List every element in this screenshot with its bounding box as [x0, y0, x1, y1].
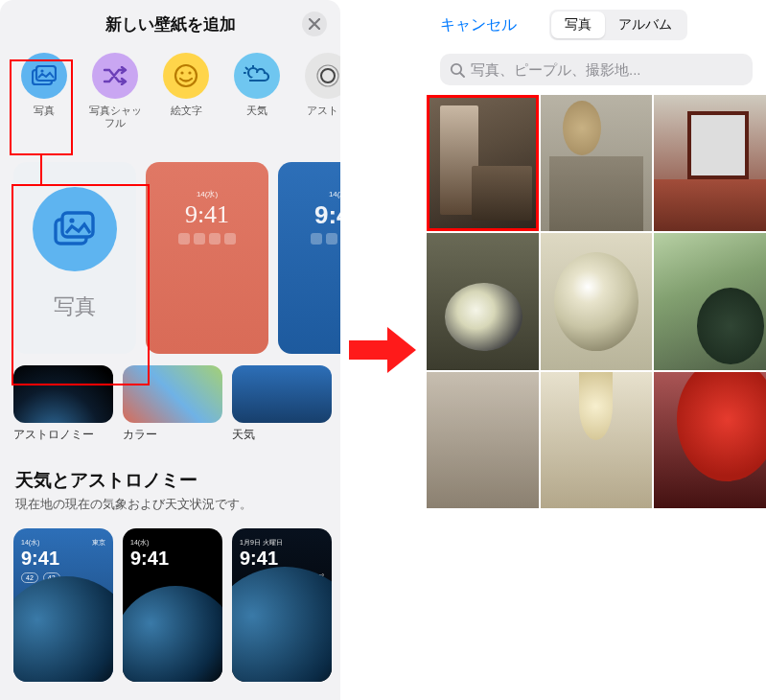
thumb-label: カラー	[123, 427, 222, 443]
category-shuffle[interactable]: 写真シャッフル	[84, 53, 146, 129]
preview-widgets	[278, 233, 340, 245]
wt-time: 9:41	[240, 548, 278, 570]
sheet-title: 新しい壁紙を追加	[105, 13, 236, 35]
svg-point-11	[69, 218, 74, 222]
smile-icon	[174, 63, 198, 88]
thumb-label: 天気	[232, 427, 332, 443]
photo-thumbnail[interactable]	[427, 233, 539, 369]
featured-photo-label: 写真	[54, 292, 96, 321]
preview-time: 9:41	[146, 200, 268, 229]
category-label: 写真	[34, 105, 55, 129]
featured-color-card[interactable]: 14(水) 9:41	[146, 162, 268, 354]
wt-date: 1月9日 火曜日	[240, 538, 283, 548]
photo-thumbnail[interactable]	[541, 372, 653, 508]
search-field[interactable]	[440, 54, 753, 85]
category-label: 絵文字	[171, 105, 202, 129]
category-label: アストロ	[307, 105, 340, 129]
svg-rect-1	[36, 66, 56, 81]
arrow	[340, 0, 427, 700]
svg-point-2	[40, 69, 43, 72]
svg-point-4	[180, 71, 183, 74]
segment-photos[interactable]: 写真	[551, 12, 605, 38]
segment-albums[interactable]: アルバム	[605, 12, 685, 38]
close-button[interactable]	[302, 12, 327, 36]
wt-time: 9:41	[21, 548, 59, 570]
weather-icon	[244, 65, 270, 86]
shuffle-icon	[103, 66, 128, 85]
featured-photo-card[interactable]: 写真	[13, 162, 136, 354]
photo-thumbnail[interactable]	[541, 95, 653, 231]
photo-thumbnail[interactable]	[654, 233, 766, 369]
thumb-label: アストロノミー	[13, 427, 113, 443]
add-wallpaper-sheet: 新しい壁紙を追加 写真 写真シャッフル 絵文字 天	[0, 0, 340, 700]
featured-row: 写真 14(水) 9:41 14(水) 9:41	[0, 137, 340, 362]
photo-thumbnail[interactable]	[541, 233, 653, 369]
photo-thumbnail[interactable]	[427, 95, 539, 231]
photo-picker: キャンセル 写真 アルバム	[427, 0, 766, 700]
weather-preview-3[interactable]: 1月9日 火曜日 9:41 最高 10° 最低 7°	[232, 528, 332, 682]
category-label: 天気	[246, 105, 267, 129]
arrow-right-icon	[349, 325, 418, 375]
wt-date: 14(水)	[130, 538, 149, 548]
photo-thumbnail[interactable]	[654, 372, 766, 508]
category-row: 写真 写真シャッフル 絵文字 天気 アストロ	[0, 47, 340, 137]
photo-thumbnail[interactable]	[427, 372, 539, 508]
featured-weather-card[interactable]: 14(水) 9:41	[278, 162, 340, 354]
earth-globe-icon	[232, 567, 332, 682]
wt-location: 東京	[92, 538, 105, 548]
picker-header: キャンセル 写真 アルバム	[427, 0, 766, 48]
category-astronomy[interactable]: アストロ	[297, 53, 340, 129]
thumb-astronomy[interactable]	[13, 365, 113, 423]
category-label: 写真シャッフル	[84, 105, 146, 129]
weather-preview-1[interactable]: 14(水) 東京 9:41 42 42	[13, 528, 113, 682]
preview-time: 9:41	[278, 200, 340, 230]
earth-globe-icon	[123, 586, 222, 682]
category-weather[interactable]: 天気	[226, 53, 288, 129]
preview-date: 14(水)	[146, 189, 268, 199]
thumb-weather[interactable]	[232, 365, 332, 423]
photo-thumbnail[interactable]	[654, 95, 766, 231]
section-subtitle: 現在地の現在の気象および天文状況です。	[0, 497, 340, 525]
sheet-header: 新しい壁紙を追加	[0, 0, 340, 47]
small-thumb-row	[0, 362, 340, 425]
category-photo[interactable]: 写真	[13, 53, 75, 129]
preview-widgets	[146, 233, 268, 245]
section-title: 天気とアストロノミー	[0, 449, 340, 497]
photo-stack-icon	[32, 65, 57, 86]
close-icon	[309, 18, 320, 30]
wt-date: 14(水)	[21, 538, 39, 548]
search-icon	[450, 62, 465, 78]
weather-astro-row: 14(水) 東京 9:41 42 42 14(水) 9:41 1月9日 火曜日 …	[0, 525, 340, 686]
cancel-button[interactable]: キャンセル	[440, 15, 517, 35]
thumb-color[interactable]	[123, 365, 222, 423]
search-input[interactable]	[471, 61, 743, 78]
wt-time: 9:41	[130, 548, 169, 570]
photo-stack-icon	[54, 211, 96, 247]
photo-grid	[427, 95, 766, 508]
svg-point-7	[321, 69, 335, 82]
svg-point-5	[188, 71, 191, 74]
highlight-connector	[40, 155, 42, 184]
selection-highlight	[427, 95, 539, 231]
preview-date: 14(水)	[278, 189, 340, 199]
segmented-control: 写真 アルバム	[549, 10, 687, 40]
category-emoji[interactable]: 絵文字	[155, 53, 217, 129]
thumb-labels: アストロノミー カラー 天気	[0, 425, 340, 449]
svg-point-3	[175, 65, 197, 86]
astro-icon	[315, 63, 340, 88]
weather-preview-2[interactable]: 14(水) 9:41	[123, 528, 222, 682]
earth-globe-icon	[13, 576, 113, 682]
